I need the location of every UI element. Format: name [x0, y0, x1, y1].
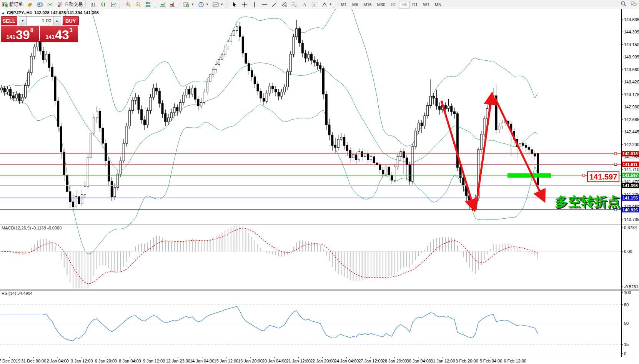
signal-icon: [47, 2, 53, 8]
svg-text:E: E: [285, 5, 287, 7]
svg-text:0: 0: [624, 351, 626, 356]
svg-text:142.445: 142.445: [624, 130, 639, 134]
toolbar-separator: [226, 2, 229, 8]
svg-text:141.955: 141.955: [624, 155, 639, 159]
text-label-button[interactable]: T: [310, 0, 320, 9]
timeframe-w1[interactable]: W1: [420, 1, 432, 8]
chat-icon[interactable]: [631, 1, 637, 7]
text-button[interactable]: A: [300, 0, 310, 9]
rsi-name: RSI(14): [2, 291, 16, 296]
chevron-down-icon: ▼: [329, 3, 332, 6]
svg-text:143.905: 143.905: [624, 55, 639, 59]
svg-text:50: 50: [624, 321, 629, 326]
timeframe-m30[interactable]: M30: [374, 1, 388, 8]
chart-shift-button[interactable]: [167, 0, 177, 9]
horizontal-line-icon: [261, 2, 268, 8]
vertical-line-icon: [251, 2, 258, 8]
indicators-button[interactable]: ▼: [181, 0, 196, 9]
sell-button[interactable]: SELL: [1, 16, 17, 25]
tile-windows-icon: [145, 2, 151, 8]
candlestick-chart-button[interactable]: [99, 0, 109, 9]
timeframe-m5[interactable]: M5: [349, 1, 361, 8]
svg-text:6 Jan 20:00: 6 Jan 20:00: [95, 359, 117, 363]
auto-scroll-button[interactable]: [157, 0, 167, 9]
mt4-window: { "toolbar": { "new_order_label": "新订单",…: [0, 0, 639, 364]
insert-group: ▼ ▼ ▼: [181, 0, 225, 9]
trendline-button[interactable]: [270, 0, 280, 9]
trendline-icon: [271, 2, 278, 8]
chevron-down-icon: ▼: [191, 3, 194, 6]
chart-shift-icon: [169, 2, 175, 8]
volume-input[interactable]: 1.00: [27, 16, 53, 25]
buy-price-sup: 3: [70, 27, 73, 33]
svg-text:24 Jan 04:00: 24 Jan 04:00: [334, 359, 359, 363]
svg-text:30 Jan 04:00: 30 Jan 04:00: [406, 359, 431, 363]
svg-text:144.150: 144.150: [624, 42, 639, 47]
svg-text:21 Jan 12:00: 21 Jan 12:00: [286, 359, 311, 363]
timeframe-m15[interactable]: M15: [361, 1, 374, 8]
line-chart-button[interactable]: [109, 0, 119, 9]
main-toolbar: 新订单 自动交易: [0, 0, 639, 9]
channel-button[interactable]: E: [280, 0, 290, 9]
new-order-button[interactable]: 新订单: [0, 0, 25, 9]
svg-text:T: T: [313, 3, 316, 7]
timeframe-d1[interactable]: D1: [409, 1, 420, 8]
svg-text:6 Feb 12:00: 6 Feb 12:00: [504, 359, 526, 363]
timeframe-h1[interactable]: H1: [388, 1, 399, 8]
buy-price-display[interactable]: 141 43 3: [40, 26, 78, 42]
timeframe-m1[interactable]: M1: [338, 1, 349, 8]
funds-button[interactable]: [35, 0, 45, 9]
sell-price-display[interactable]: 141 39 8: [1, 26, 39, 42]
svg-text:143.175: 143.175: [624, 92, 639, 97]
bar-chart-icon: [91, 2, 97, 8]
zoom-in-icon: [125, 2, 131, 8]
svg-text:100: 100: [624, 290, 631, 295]
timeframe-mn[interactable]: MN: [432, 1, 444, 8]
zoom-in-button[interactable]: [123, 0, 133, 9]
auto-trading-button[interactable]: 自动交易: [55, 0, 85, 9]
toolbar-separator: [335, 2, 338, 8]
chart-canvas[interactable]: 142.018141.811141.597141.398141.155140.9…: [0, 0, 639, 364]
zoom-out-button[interactable]: [133, 0, 143, 9]
signals-button[interactable]: [45, 0, 55, 9]
svg-text:22 Jan 20:00: 22 Jan 20:00: [310, 359, 335, 363]
auto-scroll-icon: [159, 2, 165, 8]
tile-windows-button[interactable]: [143, 0, 153, 9]
bar-chart-button[interactable]: [89, 0, 99, 9]
templates-button[interactable]: ▼: [211, 0, 225, 9]
fibonacci-button[interactable]: F: [290, 0, 300, 9]
chevron-up-icon: ▲: [55, 19, 59, 23]
svg-text:5 Feb 04:00: 5 Feb 04:00: [480, 359, 503, 363]
chevron-down-icon: ▼: [21, 19, 25, 23]
highlight-bar[interactable]: [508, 173, 551, 178]
vertical-line-button[interactable]: [250, 0, 260, 9]
ohlc-values: 142.028 142.028 141.394 141.398: [34, 10, 99, 15]
buy-button[interactable]: BUY: [63, 16, 79, 25]
search-icon[interactable]: [621, 1, 627, 7]
symbol-period-label: GBPJPY-,H4: [7, 10, 32, 15]
horizontal-line-button[interactable]: [260, 0, 270, 9]
crosshair-icon: [241, 2, 248, 8]
sell-price-sup: 8: [30, 27, 33, 33]
trade-price-row: 141 39 8 141 43 3: [1, 26, 79, 42]
candlestick-chart-icon: [101, 2, 107, 8]
svg-text:143.420: 143.420: [624, 80, 639, 84]
one-click-trading-panel: SELL ▼ 1.00 ▲ BUY 141 39 8 141 43 3: [1, 16, 79, 42]
arrows-button[interactable]: ▼: [320, 0, 334, 9]
crosshair-button[interactable]: [240, 0, 250, 9]
svg-text:141.811: 141.811: [622, 162, 637, 167]
svg-text:A: A: [303, 2, 306, 7]
svg-text:F: F: [295, 5, 297, 8]
price-box-annotation[interactable]: 141.597: [587, 171, 619, 182]
volume-decrease-button[interactable]: ▼: [19, 16, 27, 25]
svg-text:27 Jan 12:00: 27 Jan 12:00: [358, 359, 383, 363]
gold-button[interactable]: [25, 0, 35, 9]
timeframe-h4[interactable]: H4: [399, 1, 409, 8]
svg-text:144.635: 144.635: [624, 17, 639, 22]
gold-ingot-icon: [27, 2, 33, 8]
volume-increase-button[interactable]: ▲: [53, 16, 61, 25]
collapse-arrow-icon[interactable]: ▲: [2, 11, 5, 15]
line-chart-icon: [111, 2, 117, 8]
periods-button[interactable]: ▼: [196, 0, 211, 9]
cursor-button[interactable]: [230, 0, 240, 9]
